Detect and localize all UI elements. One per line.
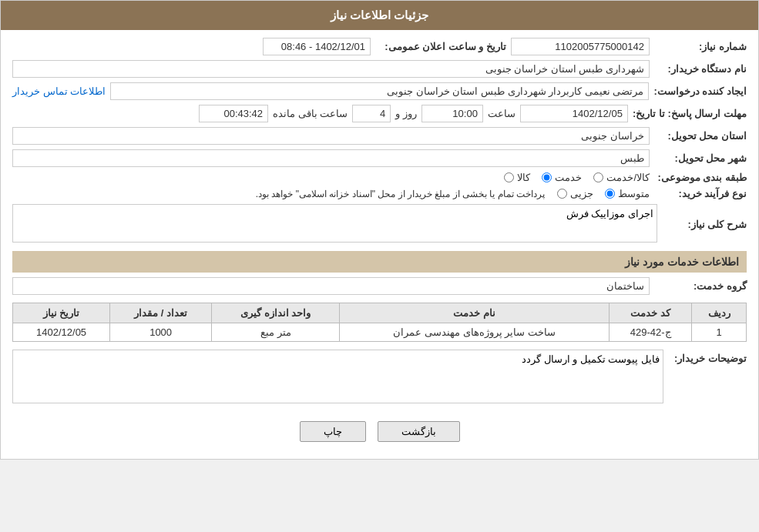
creator-value: مرتضی نعیمی کاربردار شهرداری طبس استان خ… xyxy=(110,82,649,100)
province-label: استان محل تحویل: xyxy=(654,130,747,142)
page-title: جزئیات اطلاعات نیاز xyxy=(331,8,428,22)
process-radio-group: جزیی متوسط xyxy=(557,188,650,199)
services-table-section: ردیف کد خدمت نام خدمت واحد اندازه گیری ت… xyxy=(12,303,747,342)
category-label: طبقه بندی موضوعی: xyxy=(654,172,747,183)
services-header: اطلاعات خدمات مورد نیاز xyxy=(12,251,747,273)
col-need-date: تاریخ نیاز xyxy=(13,303,110,323)
need-number-label: شماره نیاز: xyxy=(654,41,747,52)
service-group-value: ساختمان xyxy=(12,277,650,295)
buyer-desc-textarea[interactable] xyxy=(12,350,663,403)
category-radio-group: کالا خدمت کالا/خدمت xyxy=(504,172,650,183)
category-option-service[interactable]: خدمت xyxy=(542,172,582,183)
city-label: شهر محل تحویل: xyxy=(654,152,747,164)
need-desc-label: شرح کلی نیاز: xyxy=(662,219,747,230)
cell-row-num: 1 xyxy=(692,323,747,342)
need-desc-row: شرح کلی نیاز: xyxy=(12,204,747,245)
cell-service-name: ساخت سایر پروژه‌های مهندسی عمران xyxy=(340,323,610,342)
process-minor-label: جزیی xyxy=(570,188,593,199)
process-minor-radio[interactable] xyxy=(557,189,567,199)
process-option-minor[interactable]: جزیی xyxy=(557,188,593,199)
response-days-label: روز و xyxy=(395,108,417,119)
contact-link[interactable]: اطلاعات تماس خریدار xyxy=(12,85,106,97)
creator-row: ایجاد کننده درخواست: مرتضی نعیمی کاربردا… xyxy=(12,82,747,100)
need-number-row: شماره نیاز: 1102005775000142 تاریخ و ساع… xyxy=(12,38,747,55)
response-time: 10:00 xyxy=(421,105,483,122)
col-service-name: نام خدمت xyxy=(340,303,610,323)
response-days: 4 xyxy=(352,105,391,122)
buyer-desc-label: توضیحات خریدار: xyxy=(670,350,747,364)
city-value: طبس xyxy=(12,149,650,167)
table-header-row: ردیف کد خدمت نام خدمت واحد اندازه گیری ت… xyxy=(13,303,747,323)
category-option-both[interactable]: کالا/خدمت xyxy=(593,172,650,183)
services-table: ردیف کد خدمت نام خدمت واحد اندازه گیری ت… xyxy=(12,303,747,342)
response-date: 1402/12/05 xyxy=(520,105,628,122)
service-group-row: گروه خدمت: ساختمان xyxy=(12,277,747,295)
buyer-org-row: نام دستگاه خریدار: شهرداری طبس استان خرا… xyxy=(12,60,747,78)
announce-datetime-label: تاریخ و ساعت اعلان عمومی: xyxy=(375,41,506,52)
col-service-code: کد خدمت xyxy=(609,303,691,323)
col-unit: واحد اندازه گیری xyxy=(212,303,340,323)
process-note: پرداخت تمام یا بخشی از مبلغ خریدار از مح… xyxy=(256,189,545,199)
category-goods-radio[interactable] xyxy=(504,172,514,182)
city-row: شهر محل تحویل: طبس xyxy=(12,149,747,167)
cell-service-code: ج-42-429 xyxy=(609,323,691,342)
page-header: جزئیات اطلاعات نیاز xyxy=(1,1,758,30)
print-button[interactable]: چاپ xyxy=(300,421,366,442)
table-row: 1 ج-42-429 ساخت سایر پروژه‌های مهندسی عم… xyxy=(13,323,747,342)
cell-need-date: 1402/12/05 xyxy=(13,323,110,342)
process-type-row: نوع فرآیند خرید: جزیی متوسط پرداخت تمام … xyxy=(12,188,747,199)
category-option-goods[interactable]: کالا xyxy=(504,172,530,183)
creator-label: ایجاد کننده درخواست: xyxy=(653,85,747,97)
need-number-value: 1102005775000142 xyxy=(511,38,650,55)
cell-unit: متر مبع xyxy=(212,323,340,342)
buttons-row: بازگشت چاپ xyxy=(12,412,747,451)
process-medium-label: متوسط xyxy=(618,188,650,199)
process-medium-radio[interactable] xyxy=(605,189,615,199)
col-row-num: ردیف xyxy=(692,303,747,323)
province-value: خراسان جنوبی xyxy=(12,127,650,145)
process-option-medium[interactable]: متوسط xyxy=(605,188,650,199)
col-quantity: تعداد / مقدار xyxy=(110,303,212,323)
response-remaining-label: ساعت باقی مانده xyxy=(273,108,348,119)
process-type-label: نوع فرآیند خرید: xyxy=(654,188,747,199)
content-area: شماره نیاز: 1102005775000142 تاریخ و ساع… xyxy=(1,30,758,459)
category-both-label: کالا/خدمت xyxy=(606,172,650,183)
category-goods-label: کالا xyxy=(517,172,530,183)
response-remaining: 00:43:42 xyxy=(199,105,268,122)
category-service-label: خدمت xyxy=(555,172,582,183)
buyer-desc-section: توضیحات خریدار: xyxy=(12,350,747,406)
need-desc-textarea[interactable] xyxy=(12,204,657,243)
back-button[interactable]: بازگشت xyxy=(378,421,460,442)
category-service-radio[interactable] xyxy=(542,172,552,182)
buyer-desc-wrapper xyxy=(12,350,663,406)
category-both-radio[interactable] xyxy=(593,172,603,182)
buyer-org-value: شهرداری طبس استان خراسان جنوبی xyxy=(12,60,650,78)
need-desc-wrapper xyxy=(12,204,657,245)
page-wrapper: جزئیات اطلاعات نیاز شماره نیاز: 11020057… xyxy=(0,0,759,460)
buyer-org-label: نام دستگاه خریدار: xyxy=(654,63,747,75)
response-time-label: ساعت xyxy=(488,108,516,119)
service-group-label: گروه خدمت: xyxy=(654,280,747,292)
response-deadline-row: مهلت ارسال پاسخ: تا تاریخ: 1402/12/05 سا… xyxy=(12,105,747,122)
category-row: طبقه بندی موضوعی: کالا خدمت کالا/خدمت xyxy=(12,172,747,183)
response-deadline-label: مهلت ارسال پاسخ: تا تاریخ: xyxy=(633,108,747,119)
cell-quantity: 1000 xyxy=(110,323,212,342)
province-row: استان محل تحویل: خراسان جنوبی xyxy=(12,127,747,145)
announce-datetime-value: 1402/12/01 - 08:46 xyxy=(263,38,371,55)
